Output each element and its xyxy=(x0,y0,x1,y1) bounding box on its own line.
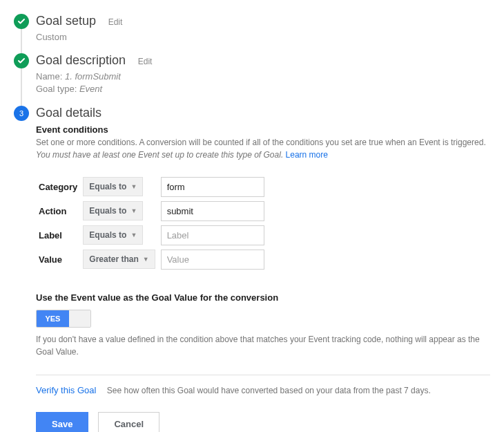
step-description-edit[interactable]: Edit xyxy=(138,57,153,66)
toggle-off-side xyxy=(69,310,90,327)
goal-value-toggle[interactable]: YES xyxy=(36,310,91,328)
step-description-title: Goal description xyxy=(36,53,126,67)
goal-value-heading: Use the Event value as the Goal Value fo… xyxy=(36,292,490,303)
label-value-input[interactable] xyxy=(161,225,264,245)
verify-goal-text: See how often this Goal would have conve… xyxy=(107,386,431,395)
verify-goal-link[interactable]: Verify this Goal xyxy=(36,385,96,395)
divider xyxy=(36,375,490,375)
caret-down-icon: ▼ xyxy=(130,183,137,190)
step-setup-edit[interactable]: Edit xyxy=(108,17,123,27)
save-button[interactable]: Save xyxy=(36,412,88,432)
condition-label: Action xyxy=(36,199,80,223)
conditions-table: Category Equals to ▼ Action Equals to ▼ xyxy=(36,175,267,272)
condition-row-label: Label Equals to ▼ xyxy=(36,223,267,247)
check-icon xyxy=(14,14,29,29)
learn-more-link[interactable]: Learn more xyxy=(286,150,328,160)
condition-label: Category xyxy=(36,175,80,199)
caret-down-icon: ▼ xyxy=(130,232,137,238)
category-operator-dropdown[interactable]: Equals to ▼ xyxy=(83,177,143,196)
goal-value-hint: If you don't have a value defined in the… xyxy=(36,333,490,358)
cancel-button[interactable]: Cancel xyxy=(98,412,159,432)
step-number-icon: 3 xyxy=(14,106,29,121)
step-setup-sub: Custom xyxy=(36,31,490,44)
value-operator-dropdown[interactable]: Greater than ▼ xyxy=(83,250,155,269)
verify-row: Verify this Goal See how often this Goal… xyxy=(36,385,490,395)
caret-down-icon: ▼ xyxy=(143,256,149,263)
event-conditions-desc: Set one or more conditions. A conversion… xyxy=(36,136,490,161)
step-setup-title: Goal setup xyxy=(36,14,96,28)
action-operator-dropdown[interactable]: Equals to ▼ xyxy=(83,201,143,220)
condition-row-category: Category Equals to ▼ xyxy=(36,175,267,199)
condition-row-action: Action Equals to ▼ xyxy=(36,199,267,223)
condition-row-value: Value Greater than ▼ xyxy=(36,247,267,272)
action-value-input[interactable] xyxy=(161,201,264,221)
event-conditions-heading: Event conditions xyxy=(36,124,490,135)
condition-label: Value xyxy=(36,247,80,272)
category-value-input[interactable] xyxy=(161,177,264,197)
label-operator-dropdown[interactable]: Equals to ▼ xyxy=(83,225,143,245)
check-icon xyxy=(14,53,29,68)
step-details-title: Goal details xyxy=(36,106,490,120)
toggle-on-label: YES xyxy=(37,310,69,327)
condition-label: Label xyxy=(36,223,80,247)
step-description-sub: Name: 1. formSubmit Goal type: Event xyxy=(36,71,490,95)
value-value-input[interactable] xyxy=(161,250,264,270)
caret-down-icon: ▼ xyxy=(130,207,137,214)
